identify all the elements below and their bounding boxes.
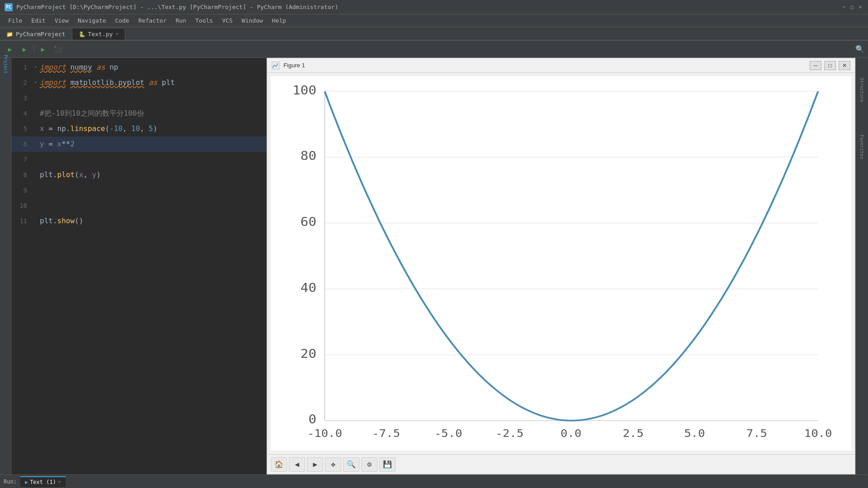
toolbar-run-config[interactable]: ▶ (37, 43, 49, 56)
tab-bar: 📁 PyCharmProject 🐍 Text.py × (0, 27, 868, 41)
figure-title: Figure 1 (283, 62, 810, 69)
pycharm-toolbar: ▶ ▶ ▶ ⬛ 🔍 (0, 41, 868, 58)
svg-text:20: 20 (301, 347, 316, 361)
code-line-1: 1 ▾ import numpy as np (11, 60, 266, 75)
toolbar-search-icon[interactable]: 🔍 (855, 45, 864, 53)
code-line-10: 10 (11, 198, 266, 213)
menu-vcs[interactable]: VCS (217, 15, 237, 26)
svg-text:-5.0: -5.0 (434, 427, 462, 439)
app-icon: PC (5, 3, 13, 11)
svg-text:-10.0: -10.0 (307, 427, 342, 439)
code-content-4: #把-10到10之间的数平分100份 (40, 106, 144, 121)
svg-text:0.0: 0.0 (561, 427, 581, 439)
line-num-9: 9 (11, 183, 32, 198)
line-num-11: 11 (11, 213, 32, 229)
project-tab-label: PyCharmProject (16, 31, 66, 38)
fold-1[interactable]: ▾ (32, 60, 40, 75)
menu-file[interactable]: File (4, 15, 27, 26)
line-num-1: 1 (11, 60, 32, 75)
minimize-button[interactable]: ─ (841, 4, 847, 10)
menu-edit[interactable]: Edit (27, 15, 50, 26)
structure-panel-icon[interactable]: Structure (859, 76, 865, 104)
svg-text:10.0: 10.0 (804, 427, 832, 439)
svg-text:7.5: 7.5 (746, 427, 767, 439)
code-line-11: 11 plt.show() (11, 213, 266, 229)
svg-text:60: 60 (301, 215, 316, 229)
code-line-2: 2 ▾ import matplotlib.pyplot as plt (11, 75, 266, 90)
svg-text:100: 100 (292, 83, 316, 97)
file-tab[interactable]: 🐍 Text.py × (72, 28, 125, 40)
fig-pan-btn[interactable]: ✥ (325, 457, 341, 472)
svg-text:40: 40 (301, 281, 316, 295)
fig-save-btn[interactable]: 💾 (379, 457, 396, 472)
svg-text:2.5: 2.5 (623, 427, 643, 439)
svg-text:-2.5: -2.5 (495, 427, 524, 439)
run-tab-text[interactable]: ▶ Text (1) × (20, 476, 66, 487)
code-content-8: plt.plot(x, y) (40, 167, 101, 183)
figure-controls: ─ □ ✕ (810, 61, 850, 70)
menu-tools[interactable]: Tools (191, 15, 217, 26)
right-panel-strip: Structure Favorites (855, 58, 868, 474)
left-panel-strip: Project (0, 58, 11, 474)
run-tab-close[interactable]: × (58, 479, 61, 485)
menu-refactor[interactable]: Refactor (134, 15, 171, 26)
toolbar-debug-btn[interactable]: ▶ (18, 43, 31, 56)
toolbar-run-btn[interactable]: ▶ (4, 43, 16, 56)
svg-text:0: 0 (308, 413, 316, 427)
maximize-button[interactable]: □ (849, 4, 855, 10)
code-line-9: 9 (11, 183, 266, 198)
code-line-8: 8 plt.plot(x, y) (11, 167, 266, 183)
menu-window[interactable]: Window (237, 15, 268, 26)
title-bar: PC PyCharmProject [D:\PyCharmProject] - … (0, 0, 868, 14)
svg-text:80: 80 (301, 149, 316, 163)
code-line-3: 3 (11, 90, 266, 106)
project-tab[interactable]: 📁 PyCharmProject (0, 28, 72, 40)
code-editor[interactable]: 1 ▾ import numpy as np 2 ▾ import matplo… (11, 58, 267, 474)
code-content-5: x = np.linspace(-10, 10, 5) (40, 121, 157, 136)
run-tab-label: Text (1) (30, 479, 56, 485)
code-line-5: 5 x = np.linspace(-10, 10, 5) (11, 121, 266, 136)
fig-back-btn[interactable]: ◀ (289, 457, 305, 472)
menu-run[interactable]: Run (171, 15, 191, 26)
window-controls[interactable]: ─ □ ✕ (841, 4, 863, 10)
menu-navigate[interactable]: Navigate (73, 15, 111, 26)
fig-zoom-btn[interactable]: 🔍 (343, 457, 359, 472)
run-label: Run: (4, 479, 17, 485)
line-num-6: 6 (11, 136, 32, 152)
line-num-8: 8 (11, 167, 32, 183)
line-num-4: 4 (11, 106, 32, 121)
fig-home-btn[interactable]: 🏠 (271, 457, 287, 472)
code-lines: 1 ▾ import numpy as np 2 ▾ import matplo… (11, 58, 266, 230)
chart-svg: 0 20 40 60 80 100 -10.0 (271, 76, 851, 450)
line-num-7: 7 (11, 152, 32, 167)
close-button[interactable]: ✕ (857, 4, 863, 10)
fold-2[interactable]: ▾ (32, 75, 40, 90)
figure-close[interactable]: ✕ (839, 61, 850, 70)
code-content-2: import matplotlib.pyplot as plt (40, 75, 175, 90)
figure-minimize[interactable]: ─ (810, 61, 821, 70)
code-line-7: 7 (11, 152, 266, 167)
fig-forward-btn[interactable]: ▶ (307, 457, 323, 472)
main-layout: Project 1 ▾ import numpy as np 2 ▾ impor… (0, 58, 868, 474)
project-panel-icon[interactable]: Project (1, 60, 10, 69)
toolbar-sep-1 (33, 45, 34, 54)
code-line-6: 6 y = x**2 (11, 136, 266, 152)
file-tab-close[interactable]: × (115, 31, 118, 37)
favorites-panel-icon[interactable]: Favorites (859, 133, 865, 161)
figure-maximize[interactable]: □ (824, 61, 836, 70)
svg-rect-0 (272, 61, 280, 70)
run-tab-bar: Run: ▶ Text (1) × (0, 475, 868, 488)
fig-settings-btn[interactable]: ⚙ (361, 457, 377, 472)
code-content-11: plt.show() (40, 213, 83, 229)
chart-area: 0 20 40 60 80 100 -10.0 (271, 76, 851, 450)
menu-code[interactable]: Code (111, 15, 134, 26)
menu-help[interactable]: Help (268, 15, 291, 26)
figure-icon (272, 61, 280, 70)
menu-view[interactable]: View (50, 15, 73, 26)
line-num-3: 3 (11, 90, 32, 106)
menu-bar: File Edit View Navigate Code Refactor Ru… (0, 14, 868, 27)
svg-text:5.0: 5.0 (684, 427, 705, 439)
toolbar-stop-btn[interactable]: ⬛ (51, 43, 64, 56)
code-content-1: import numpy as np (40, 60, 118, 75)
svg-rect-1 (271, 76, 851, 450)
